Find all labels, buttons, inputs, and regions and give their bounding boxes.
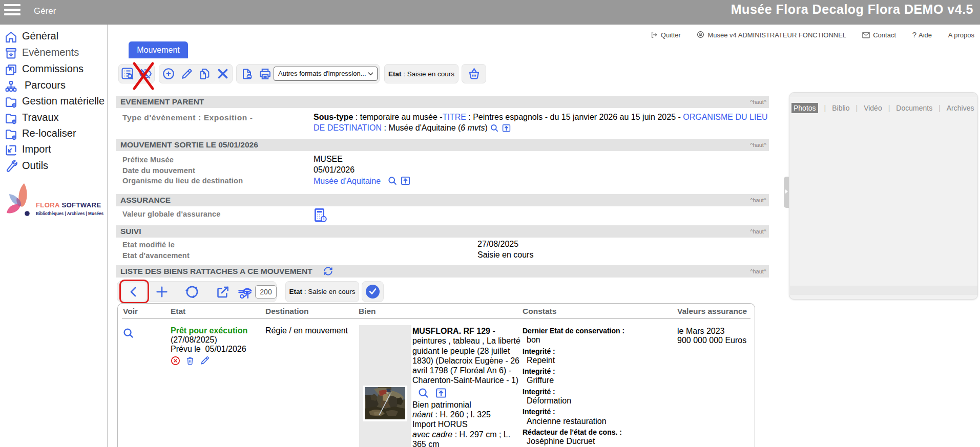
svg-text:Bibliothèques | Archives | Mus: Bibliothèques | Archives | Musées (36, 211, 104, 216)
svg-text:FLORA SOFTWARE: FLORA SOFTWARE (36, 201, 101, 209)
